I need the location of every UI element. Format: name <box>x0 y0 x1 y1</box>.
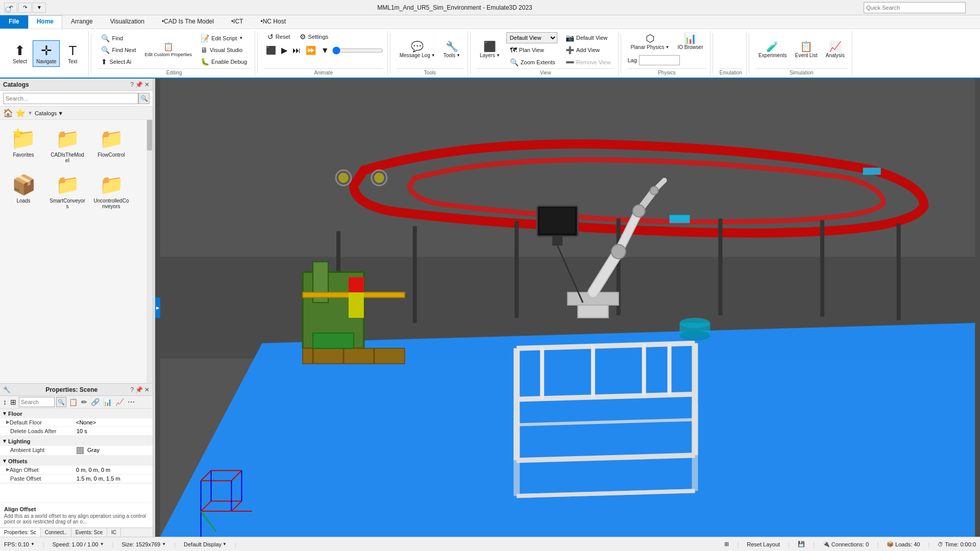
lighting-expand-arrow: ▾ <box>3 438 6 444</box>
align-offset-expand[interactable]: ▶ <box>6 467 10 473</box>
props-copy-icon[interactable]: 📋 <box>68 397 79 407</box>
tab-nc-host[interactable]: •NC Host <box>252 15 295 29</box>
find-next-button[interactable]: 🔍 Find Next <box>97 44 139 56</box>
props-search-input[interactable] <box>19 397 55 407</box>
grid-icon-container[interactable]: ⊞ <box>724 541 729 547</box>
save-layout-button[interactable]: 💾 <box>798 541 805 547</box>
step-button[interactable]: ⏭ <box>290 45 303 56</box>
props-tab-properties[interactable]: Properties: Sc <box>0 528 41 537</box>
io-browser-button[interactable]: 📊 IO Browser <box>674 31 706 52</box>
stop-button[interactable]: ⬛ <box>264 44 278 56</box>
analysis-button[interactable]: 📈 Analysis <box>822 39 847 60</box>
speed-dropdown-arrow[interactable]: ▼ <box>100 542 104 546</box>
edit-script-button[interactable]: 📝 Edit Script ▼ <box>197 33 251 44</box>
visual-studio-button[interactable]: 🖥 Visual Studio <box>197 44 251 56</box>
enable-debug-button[interactable]: 🐛 Enable Debug <box>197 56 251 67</box>
viewport[interactable] <box>155 79 980 537</box>
catalog-scrollbar[interactable] <box>146 120 153 383</box>
catalog-item-uncontrolled[interactable]: 📁 UncontrolledConveyors <box>91 169 132 212</box>
status-sep4: | <box>235 541 236 547</box>
prop-offsets-header[interactable]: ▾ Offsets <box>0 456 153 466</box>
properties-panel: 🔧 Properties: Scene ? 📌 ✕ ↕ ⊞ 🔍 📋 ✏ 🔗 📊 … <box>0 384 153 537</box>
catalog-item-flow[interactable]: 📁 FlowControl <box>91 123 132 166</box>
props-search-button[interactable]: 🔍 <box>56 397 66 407</box>
tab-ict[interactable]: •ICT <box>223 15 252 29</box>
props-grid-icon[interactable]: ⊞ <box>9 397 17 407</box>
catalog-item-favorites[interactable]: 📁 ⭐ Favorites <box>3 123 44 166</box>
catalog-item-loads[interactable]: 📦 Loads <box>3 169 44 212</box>
props-tab-events[interactable]: Events: Sce <box>71 528 107 537</box>
quick-search-input[interactable] <box>864 2 966 13</box>
svg-point-21 <box>611 244 626 259</box>
default-view-button[interactable]: 📷 Default View <box>562 32 615 43</box>
svg-point-22 <box>633 205 645 217</box>
catalogs-close-icon[interactable]: ✕ <box>144 81 150 88</box>
catalogs-help-icon[interactable]: ? <box>130 81 134 88</box>
catalogs-search-button[interactable]: 🔍 <box>138 93 150 104</box>
cursor-icon: ⬆ <box>14 43 26 59</box>
props-chart-icon[interactable]: 📈 <box>114 397 125 407</box>
select-button[interactable]: ⬆ Select <box>8 40 32 67</box>
props-link-icon[interactable]: 🔗 <box>90 397 101 407</box>
tab-visualization[interactable]: Visualization <box>102 15 153 29</box>
size-dropdown-arrow[interactable]: ▼ <box>162 542 166 546</box>
fps-dropdown-arrow[interactable]: ▼ <box>31 542 35 546</box>
zoom-extents-button[interactable]: 🔍 Zoom Extents <box>506 57 559 68</box>
catalogs-pin-icon[interactable]: 📌 <box>135 81 143 88</box>
tab-file[interactable]: File <box>0 15 28 29</box>
play-button[interactable]: ▶ <box>279 44 289 56</box>
prop-lighting-header[interactable]: ▾ Lighting <box>0 436 153 446</box>
message-log-button[interactable]: 💬 Message Log ▼ <box>397 39 438 60</box>
lag-input[interactable] <box>639 55 680 65</box>
reset-button[interactable]: ↺ Reset <box>264 31 294 42</box>
tab-cad-model[interactable]: •CAD Is The Model <box>153 15 223 29</box>
layers-button[interactable]: ⬛ Layers ▼ <box>477 39 503 60</box>
time-value: Time: 0:00:0 <box>945 541 976 547</box>
settings-button[interactable]: ⚙ Settings <box>296 31 332 42</box>
properties-close-icon[interactable]: ✕ <box>144 386 150 393</box>
add-view-button[interactable]: ➕ Add View <box>562 44 615 56</box>
text-button[interactable]: T Text <box>61 40 84 67</box>
tab-home[interactable]: Home <box>28 15 62 29</box>
find-button[interactable]: 🔍 Find <box>97 33 139 44</box>
catalog-item-smart[interactable]: 📁 SmartConveyors <box>47 169 88 212</box>
more-animate-button[interactable]: ▼ <box>319 45 331 56</box>
catalog-home-icon[interactable]: 🏠 <box>3 108 13 118</box>
uncontrolled-folder-icon: 📁 <box>98 171 125 198</box>
props-toolbar: ↕ ⊞ 🔍 📋 ✏ 🔗 📊 📈 ⋯ <box>0 396 153 409</box>
props-tab-ic[interactable]: IC <box>107 528 121 537</box>
event-list-button[interactable]: 📋 Event List <box>792 39 821 60</box>
props-edit-icon[interactable]: ✏ <box>80 397 88 407</box>
display-selector[interactable]: Default Display ▼ <box>184 541 227 547</box>
experiments-button[interactable]: 🧪 Experiments <box>755 39 790 60</box>
more-button[interactable]: ▼ <box>33 3 46 13</box>
props-tab-connections[interactable]: Connect.. <box>41 528 71 537</box>
tools-button[interactable]: 🔧 Tools ▼ <box>440 39 463 60</box>
navigate-button[interactable]: ✛ Navigate <box>33 40 60 67</box>
catalog-item-cad[interactable]: 📁 ⬡ CADIsTheModel <box>47 123 88 166</box>
panel-collapse-button[interactable]: ▶ <box>155 297 160 318</box>
props-more-icon[interactable]: ⋯ <box>127 397 136 407</box>
default-floor-expand[interactable]: ▶ <box>6 419 10 425</box>
planar-physics-button[interactable]: ⬡ Planar Physics ▼ <box>627 31 672 52</box>
remove-view-button[interactable]: ➖ Remove View <box>562 57 615 68</box>
tab-arrange[interactable]: Arrange <box>62 15 102 29</box>
plan-view-button[interactable]: 🗺 Plan View <box>506 44 559 56</box>
edit-custom-properties-button[interactable]: 📋 Edit Custom Properties <box>142 41 195 59</box>
prop-floor-header[interactable]: ▾ Floor <box>0 409 153 418</box>
redo-button[interactable]: ↷ <box>18 3 32 13</box>
catalog-star-icon[interactable]: ⭐ <box>15 108 26 118</box>
default-view-select[interactable]: Default View Plan View <box>506 32 557 43</box>
fast-forward-button[interactable]: ⏩ <box>304 44 318 56</box>
properties-help-icon[interactable]: ? <box>130 386 134 393</box>
catalogs-search-input[interactable] <box>3 93 138 104</box>
reset-layout-button[interactable]: Reset Layout <box>747 541 780 547</box>
props-table-icon[interactable]: 📊 <box>102 397 113 407</box>
props-sort-icon[interactable]: ↕ <box>2 397 8 407</box>
favorites-folder-icon: 📁 ⭐ <box>10 126 37 152</box>
catalog-name-label[interactable]: Catalogs ▼ <box>35 110 63 116</box>
ambient-color-swatch[interactable] <box>77 447 84 454</box>
animate-slider[interactable] <box>332 48 383 53</box>
properties-pin-icon[interactable]: 📌 <box>135 386 143 393</box>
select-ai-button[interactable]: ⬆ Select Ai <box>97 56 139 67</box>
